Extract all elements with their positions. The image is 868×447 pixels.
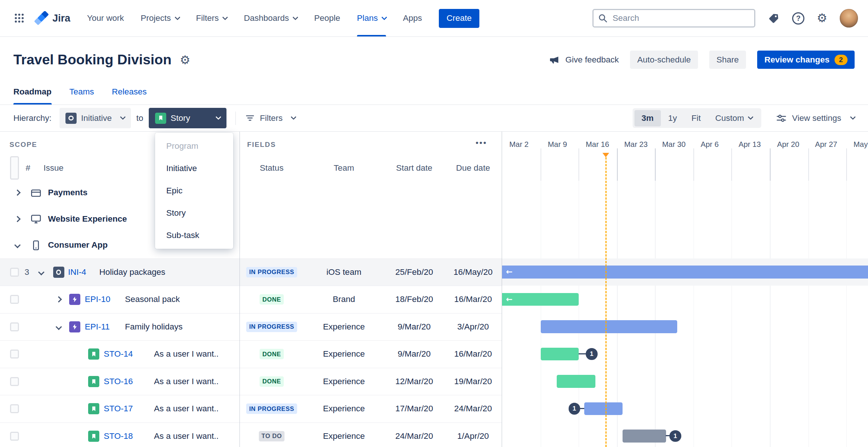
issue-row-epi-11[interactable]: EPI-11 Family holidays bbox=[0, 313, 239, 341]
dependency-badge[interactable]: 1 bbox=[586, 348, 598, 360]
status-badge: IN PROGRESS bbox=[246, 322, 297, 332]
zoom-3m[interactable]: 3m bbox=[634, 110, 661, 126]
jira-logo[interactable]: Jira bbox=[34, 11, 71, 26]
timeline-date-label: Apr 27 bbox=[815, 140, 838, 149]
issue-key-link[interactable]: STO-18 bbox=[104, 423, 133, 447]
gantt-bar-sto-17[interactable] bbox=[584, 402, 623, 415]
today-line bbox=[605, 157, 607, 447]
issue-key-link[interactable]: INI-4 bbox=[68, 259, 86, 286]
nav-your-work[interactable]: Your work bbox=[87, 0, 124, 36]
zoom-fit[interactable]: Fit bbox=[684, 110, 708, 126]
issue-row-ini-4[interactable]: 3 INI-4 Holiday packages bbox=[0, 258, 239, 286]
nav-apps[interactable]: Apps bbox=[403, 0, 422, 36]
settings-button[interactable]: ⚙ bbox=[817, 12, 827, 24]
row-checkbox[interactable] bbox=[10, 268, 19, 277]
initiative-icon bbox=[53, 267, 64, 278]
row-checkbox[interactable] bbox=[10, 322, 19, 331]
chevron-down-icon[interactable] bbox=[55, 324, 62, 330]
due-date-cell: 24/Mar/20 bbox=[454, 404, 492, 414]
issue-row-sto-14[interactable]: STO-14 As a user I want.. bbox=[0, 340, 239, 368]
menu-item-initiative[interactable]: Initiative bbox=[155, 157, 233, 180]
chevron-right-icon[interactable] bbox=[14, 216, 20, 222]
issue-row-sto-18[interactable]: STO-18 As a user I want.. bbox=[0, 422, 239, 447]
nav-filters[interactable]: Filters bbox=[196, 0, 227, 36]
search-icon bbox=[598, 13, 608, 23]
issue-key-link[interactable]: STO-14 bbox=[104, 341, 133, 368]
hierarchy-from-dropdown[interactable]: Initiative bbox=[60, 108, 131, 129]
issue-row-sto-16[interactable]: STO-16 As a user I want.. bbox=[0, 368, 239, 395]
help-button[interactable]: ? bbox=[792, 12, 804, 25]
nav-people[interactable]: People bbox=[314, 0, 340, 36]
gantt-bar-sto-14[interactable] bbox=[541, 348, 579, 361]
filters-dropdown[interactable]: Filters bbox=[245, 113, 295, 123]
nav-projects[interactable]: Projects bbox=[141, 0, 179, 36]
row-checkbox[interactable] bbox=[10, 404, 19, 413]
row-checkbox[interactable] bbox=[10, 432, 19, 441]
gantt-bar-sto-16[interactable] bbox=[557, 375, 595, 388]
chevron-down-icon bbox=[748, 114, 753, 120]
issue-key-link[interactable]: STO-17 bbox=[104, 395, 133, 422]
hierarchy-to-dropdown[interactable]: Story bbox=[149, 108, 226, 129]
timeline-row: ← bbox=[502, 258, 868, 286]
view-settings-dropdown[interactable]: View settings bbox=[776, 113, 855, 124]
dependency-badge[interactable]: 1 bbox=[669, 430, 681, 442]
more-options-icon[interactable]: ••• bbox=[476, 138, 487, 147]
search-box[interactable] bbox=[592, 9, 755, 28]
tab-roadmap[interactable]: Roadmap bbox=[13, 87, 52, 104]
user-avatar[interactable] bbox=[840, 9, 858, 28]
chevron-down-icon[interactable] bbox=[38, 269, 45, 275]
gantt-bar-epi-10[interactable]: ← bbox=[502, 293, 579, 306]
tag-button[interactable] bbox=[768, 12, 780, 25]
give-feedback-button[interactable]: Give feedback bbox=[549, 54, 619, 66]
app-switcher-button[interactable] bbox=[11, 10, 28, 26]
dependency-connector bbox=[580, 408, 585, 409]
chevron-down-icon bbox=[293, 15, 298, 20]
gantt-bar-ini-4[interactable]: ← bbox=[502, 266, 868, 279]
issue-row-sto-17[interactable]: STO-17 As a user I want.. bbox=[0, 395, 239, 422]
issue-key-link[interactable]: STO-16 bbox=[104, 368, 133, 395]
status-badge: DONE bbox=[260, 349, 284, 359]
issue-row-epi-10[interactable]: EPI-10 Seasonal pack bbox=[0, 286, 239, 313]
zoom-custom[interactable]: Custom bbox=[708, 110, 760, 126]
gear-icon: ⚙ bbox=[817, 12, 827, 24]
row-checkbox[interactable] bbox=[10, 295, 19, 304]
gantt-bar-sto-18[interactable] bbox=[623, 430, 666, 443]
menu-item-subtask[interactable]: Sub-task bbox=[155, 224, 233, 247]
issue-key-link[interactable]: EPI-10 bbox=[85, 286, 110, 313]
team-cell: Brand bbox=[333, 295, 355, 304]
dependency-badge[interactable]: 1 bbox=[569, 403, 581, 415]
chevron-down-icon[interactable] bbox=[14, 242, 20, 248]
nav-dashboards[interactable]: Dashboards bbox=[244, 0, 298, 36]
review-changes-button[interactable]: Review changes 2 bbox=[757, 51, 855, 69]
hash-column-header: # bbox=[26, 156, 30, 180]
menu-item-story[interactable]: Story bbox=[155, 202, 233, 224]
issue-key-link[interactable]: EPI-11 bbox=[85, 313, 110, 341]
timeline-date-label: Apr 20 bbox=[777, 140, 800, 149]
issue-summary: Seasonal pack bbox=[125, 286, 180, 313]
share-button[interactable]: Share bbox=[709, 51, 746, 69]
gantt-bar-epi-11[interactable] bbox=[541, 320, 678, 333]
chevron-right-icon[interactable] bbox=[14, 190, 20, 196]
chevron-right-icon[interactable] bbox=[55, 296, 62, 303]
create-button[interactable]: Create bbox=[439, 9, 480, 28]
column-header-team: Team bbox=[334, 163, 354, 173]
row-checkbox[interactable] bbox=[10, 350, 19, 358]
column-header-status: Status bbox=[260, 163, 284, 173]
timeline-date-label: Apr 6 bbox=[701, 140, 718, 149]
issue-summary: As a user I want.. bbox=[154, 395, 219, 422]
search-input[interactable] bbox=[611, 13, 750, 24]
plan-settings-gear-icon[interactable]: ⚙ bbox=[180, 53, 190, 67]
initiative-type-icon bbox=[65, 113, 77, 124]
tab-teams[interactable]: Teams bbox=[70, 87, 94, 104]
row-checkbox[interactable] bbox=[10, 377, 19, 386]
top-nav: Jira Your work Projects Filters Dashboar… bbox=[0, 0, 868, 37]
start-date-cell: 12/Mar/20 bbox=[395, 377, 433, 386]
auto-schedule-button[interactable]: Auto-schedule bbox=[630, 51, 698, 69]
nav-plans[interactable]: Plans bbox=[357, 0, 386, 36]
select-all-checkbox[interactable] bbox=[10, 156, 19, 180]
zoom-1y[interactable]: 1y bbox=[661, 110, 684, 126]
team-cell: Experience bbox=[323, 404, 365, 414]
issue-summary: Family holidays bbox=[125, 313, 183, 341]
tab-releases[interactable]: Releases bbox=[112, 87, 147, 104]
menu-item-epic[interactable]: Epic bbox=[155, 180, 233, 202]
